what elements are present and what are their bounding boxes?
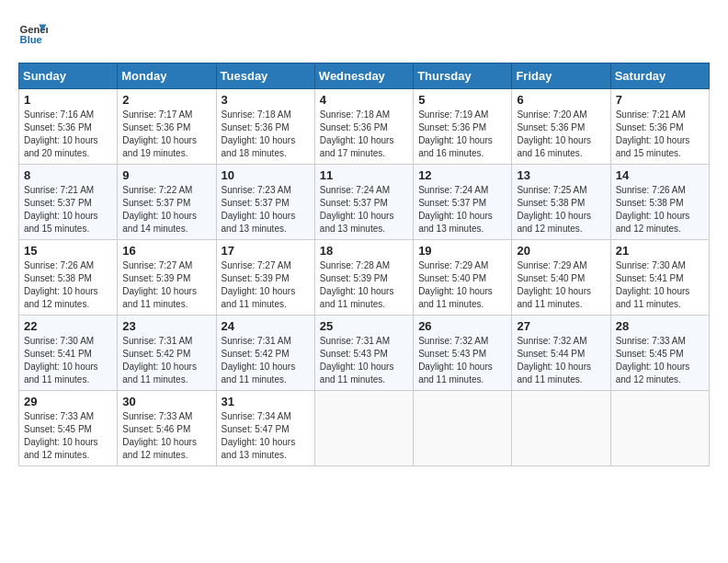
calendar-week-4: 22 Sunrise: 7:30 AMSunset: 5:41 PMDaylig… (19, 316, 710, 391)
day-cell-4: 4 Sunrise: 7:18 AMSunset: 5:36 PMDayligh… (314, 89, 413, 165)
weekday-header-thursday: Thursday (414, 63, 512, 89)
svg-text:Blue: Blue (20, 34, 42, 45)
day-cell-7: 7 Sunrise: 7:21 AMSunset: 5:36 PMDayligh… (610, 89, 709, 165)
day-number: 6 (517, 93, 605, 107)
day-number: 26 (418, 319, 506, 333)
day-number: 16 (122, 244, 210, 258)
day-cell-6: 6 Sunrise: 7:20 AMSunset: 5:36 PMDayligh… (512, 89, 610, 165)
day-info: Sunrise: 7:17 AMSunset: 5:36 PMDaylight:… (122, 109, 197, 158)
day-number: 11 (320, 168, 408, 182)
day-number: 9 (122, 168, 210, 182)
weekday-header-wednesday: Wednesday (314, 63, 413, 89)
day-info: Sunrise: 7:27 AMSunset: 5:39 PMDaylight:… (122, 260, 197, 309)
calendar-body: 1 Sunrise: 7:16 AMSunset: 5:36 PMDayligh… (19, 89, 710, 466)
day-number: 30 (122, 395, 210, 408)
logo-icon: General Blue (18, 18, 48, 48)
day-cell-18: 18 Sunrise: 7:28 AMSunset: 5:39 PMDaylig… (314, 240, 413, 316)
day-cell-30: 30 Sunrise: 7:33 AMSunset: 5:46 PMDaylig… (118, 391, 216, 466)
calendar-week-2: 8 Sunrise: 7:21 AMSunset: 5:37 PMDayligh… (19, 165, 710, 240)
day-cell-9: 9 Sunrise: 7:22 AMSunset: 5:37 PMDayligh… (118, 165, 216, 240)
day-number: 5 (418, 93, 506, 107)
day-cell-16: 16 Sunrise: 7:27 AMSunset: 5:39 PMDaylig… (118, 240, 216, 316)
calendar-week-3: 15 Sunrise: 7:26 AMSunset: 5:38 PMDaylig… (19, 240, 710, 316)
day-info: Sunrise: 7:33 AMSunset: 5:45 PMDaylight:… (616, 336, 690, 385)
day-cell-1: 1 Sunrise: 7:16 AMSunset: 5:36 PMDayligh… (19, 89, 118, 165)
day-info: Sunrise: 7:33 AMSunset: 5:45 PMDaylight:… (24, 411, 98, 460)
day-cell-28: 28 Sunrise: 7:33 AMSunset: 5:45 PMDaylig… (610, 316, 709, 391)
day-info: Sunrise: 7:27 AMSunset: 5:39 PMDaylight:… (222, 260, 296, 309)
day-info: Sunrise: 7:29 AMSunset: 5:40 PMDaylight:… (418, 260, 493, 309)
day-cell-24: 24 Sunrise: 7:31 AMSunset: 5:42 PMDaylig… (216, 316, 314, 391)
day-number: 23 (122, 319, 210, 333)
day-info: Sunrise: 7:26 AMSunset: 5:38 PMDaylight:… (616, 185, 690, 234)
day-number: 10 (222, 168, 310, 182)
day-number: 18 (320, 244, 408, 258)
day-info: Sunrise: 7:16 AMSunset: 5:36 PMDaylight:… (24, 109, 98, 158)
day-cell-27: 27 Sunrise: 7:32 AMSunset: 5:44 PMDaylig… (512, 316, 610, 391)
calendar-week-5: 29 Sunrise: 7:33 AMSunset: 5:45 PMDaylig… (19, 391, 710, 466)
day-info: Sunrise: 7:29 AMSunset: 5:40 PMDaylight:… (517, 260, 591, 309)
day-cell-25: 25 Sunrise: 7:31 AMSunset: 5:43 PMDaylig… (314, 316, 413, 391)
day-cell-29: 29 Sunrise: 7:33 AMSunset: 5:45 PMDaylig… (19, 391, 118, 466)
day-info: Sunrise: 7:26 AMSunset: 5:38 PMDaylight:… (24, 260, 98, 309)
empty-cell (414, 391, 512, 466)
day-number: 22 (24, 319, 112, 333)
day-info: Sunrise: 7:23 AMSunset: 5:37 PMDaylight:… (222, 185, 296, 234)
day-number: 19 (418, 244, 506, 258)
day-number: 13 (517, 168, 605, 182)
calendar-table: SundayMondayTuesdayWednesdayThursdayFrid… (18, 63, 710, 466)
day-info: Sunrise: 7:18 AMSunset: 5:36 PMDaylight:… (320, 109, 394, 158)
day-cell-17: 17 Sunrise: 7:27 AMSunset: 5:39 PMDaylig… (216, 240, 314, 316)
page-header: General Blue (18, 18, 710, 48)
day-info: Sunrise: 7:24 AMSunset: 5:37 PMDaylight:… (320, 185, 394, 234)
day-info: Sunrise: 7:20 AMSunset: 5:36 PMDaylight:… (517, 109, 591, 158)
day-number: 29 (24, 395, 112, 408)
day-info: Sunrise: 7:30 AMSunset: 5:41 PMDaylight:… (24, 336, 98, 385)
day-cell-10: 10 Sunrise: 7:23 AMSunset: 5:37 PMDaylig… (216, 165, 314, 240)
day-cell-21: 21 Sunrise: 7:30 AMSunset: 5:41 PMDaylig… (610, 240, 709, 316)
day-info: Sunrise: 7:33 AMSunset: 5:46 PMDaylight:… (122, 411, 197, 460)
day-info: Sunrise: 7:32 AMSunset: 5:44 PMDaylight:… (517, 336, 591, 385)
weekday-header-tuesday: Tuesday (216, 63, 314, 89)
day-info: Sunrise: 7:31 AMSunset: 5:43 PMDaylight:… (320, 336, 394, 385)
day-number: 28 (616, 319, 704, 333)
day-number: 25 (320, 319, 408, 333)
day-info: Sunrise: 7:21 AMSunset: 5:37 PMDaylight:… (24, 185, 98, 234)
day-cell-26: 26 Sunrise: 7:32 AMSunset: 5:43 PMDaylig… (414, 316, 512, 391)
logo: General Blue (18, 18, 51, 48)
day-info: Sunrise: 7:19 AMSunset: 5:36 PMDaylight:… (418, 109, 493, 158)
weekday-header-saturday: Saturday (610, 63, 709, 89)
day-cell-23: 23 Sunrise: 7:31 AMSunset: 5:42 PMDaylig… (118, 316, 216, 391)
day-info: Sunrise: 7:25 AMSunset: 5:38 PMDaylight:… (517, 185, 591, 234)
weekday-header-friday: Friday (512, 63, 610, 89)
day-info: Sunrise: 7:28 AMSunset: 5:39 PMDaylight:… (320, 260, 394, 309)
day-cell-2: 2 Sunrise: 7:17 AMSunset: 5:36 PMDayligh… (118, 89, 216, 165)
day-info: Sunrise: 7:18 AMSunset: 5:36 PMDaylight:… (222, 109, 296, 158)
day-info: Sunrise: 7:24 AMSunset: 5:37 PMDaylight:… (418, 185, 493, 234)
day-cell-8: 8 Sunrise: 7:21 AMSunset: 5:37 PMDayligh… (19, 165, 118, 240)
day-cell-13: 13 Sunrise: 7:25 AMSunset: 5:38 PMDaylig… (512, 165, 610, 240)
day-info: Sunrise: 7:34 AMSunset: 5:47 PMDaylight:… (222, 411, 296, 460)
day-number: 21 (616, 244, 704, 258)
calendar-header-row: SundayMondayTuesdayWednesdayThursdayFrid… (19, 63, 710, 89)
day-number: 12 (418, 168, 506, 182)
day-info: Sunrise: 7:31 AMSunset: 5:42 PMDaylight:… (122, 336, 197, 385)
day-cell-11: 11 Sunrise: 7:24 AMSunset: 5:37 PMDaylig… (314, 165, 413, 240)
empty-cell (314, 391, 413, 466)
day-number: 15 (24, 244, 112, 258)
day-number: 20 (517, 244, 605, 258)
day-number: 1 (24, 93, 112, 107)
weekday-header-sunday: Sunday (19, 63, 118, 89)
day-number: 14 (616, 168, 704, 182)
day-number: 7 (616, 93, 704, 107)
day-cell-15: 15 Sunrise: 7:26 AMSunset: 5:38 PMDaylig… (19, 240, 118, 316)
day-number: 8 (24, 168, 112, 182)
day-info: Sunrise: 7:22 AMSunset: 5:37 PMDaylight:… (122, 185, 197, 234)
calendar-week-1: 1 Sunrise: 7:16 AMSunset: 5:36 PMDayligh… (19, 89, 710, 165)
weekday-header-monday: Monday (118, 63, 216, 89)
empty-cell (512, 391, 610, 466)
day-cell-22: 22 Sunrise: 7:30 AMSunset: 5:41 PMDaylig… (19, 316, 118, 391)
day-number: 2 (122, 93, 210, 107)
day-number: 31 (222, 395, 310, 408)
day-info: Sunrise: 7:32 AMSunset: 5:43 PMDaylight:… (418, 336, 493, 385)
